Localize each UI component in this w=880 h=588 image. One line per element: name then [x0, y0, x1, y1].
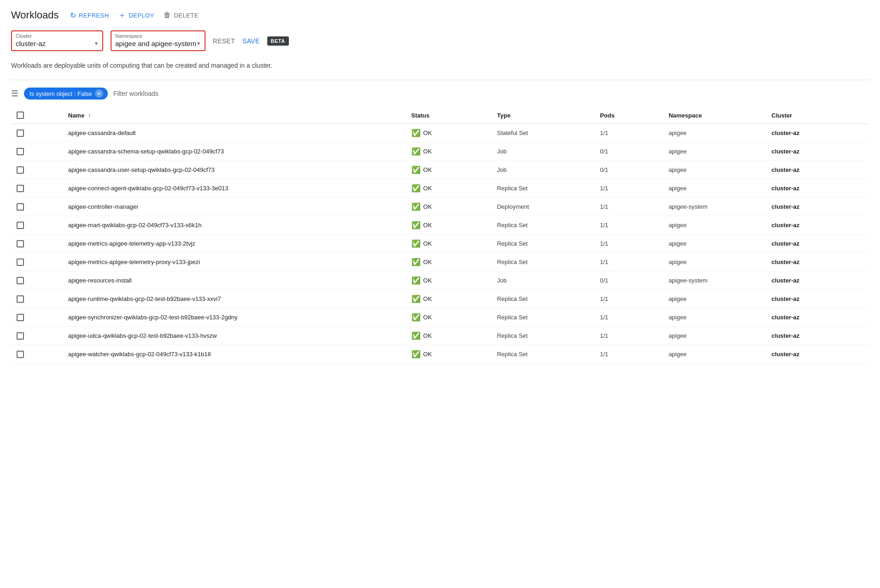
- cluster-value: cluster-az: [16, 39, 46, 48]
- row-pods-7: 1/1: [594, 253, 663, 271]
- row-namespace-0: apigee: [663, 124, 766, 142]
- th-type[interactable]: Type: [492, 107, 594, 124]
- delete-button[interactable]: 🗑 DELETE: [164, 11, 199, 19]
- row-status-10: ✅ OK: [406, 308, 492, 327]
- filter-chip-close-icon[interactable]: ✕: [95, 89, 103, 98]
- row-name-8[interactable]: apigee-resources-install: [63, 271, 406, 290]
- cluster-select-control[interactable]: cluster-az ▼: [16, 39, 99, 48]
- row-checkbox-cell: [11, 308, 63, 327]
- status-ok-icon: ✅: [411, 331, 421, 340]
- row-checkbox-cell: [11, 216, 63, 235]
- row-checkbox-0[interactable]: [17, 129, 24, 137]
- deploy-button[interactable]: ＋ DEPLOY: [118, 11, 154, 20]
- row-checkbox-6[interactable]: [17, 240, 24, 247]
- th-checkbox: [11, 107, 63, 124]
- sort-arrow-icon: ↑: [88, 112, 91, 119]
- row-checkbox-10[interactable]: [17, 314, 24, 321]
- status-text: OK: [423, 259, 432, 265]
- row-checkbox-5[interactable]: [17, 222, 24, 229]
- filter-icon[interactable]: ☰: [11, 88, 18, 99]
- table-row: apigee-cassandra-user-setup-qwiklabs-gcp…: [11, 161, 869, 179]
- th-status[interactable]: Status: [406, 107, 492, 124]
- row-namespace-11: apigee: [663, 327, 766, 345]
- delete-icon: 🗑: [164, 11, 171, 19]
- th-pods[interactable]: Pods: [594, 107, 663, 124]
- refresh-icon: ↻: [70, 11, 76, 20]
- row-checkbox-11[interactable]: [17, 332, 24, 340]
- filter-input-placeholder[interactable]: Filter workloads: [113, 90, 158, 97]
- status-text: OK: [423, 203, 432, 210]
- row-name-3[interactable]: apigee-connect-agent-qwiklabs-gcp-02-049…: [63, 179, 406, 198]
- table-row: apigee-connect-agent-qwiklabs-gcp-02-049…: [11, 179, 869, 198]
- th-namespace[interactable]: Namespace: [663, 107, 766, 124]
- row-pods-0: 1/1: [594, 124, 663, 142]
- row-type-0: Stateful Set: [492, 124, 594, 142]
- row-name-6[interactable]: apigee-metrics-apigee-telemetry-app-v133…: [63, 235, 406, 253]
- row-name-12[interactable]: apigee-watcher-qwiklabs-gcp-02-049cf73-v…: [63, 345, 406, 364]
- status-text: OK: [423, 295, 432, 302]
- row-cluster-4: cluster-az: [766, 198, 869, 216]
- namespace-label: Namespace: [115, 33, 201, 39]
- row-cluster-9: cluster-az: [766, 290, 869, 308]
- header: Workloads ↻ REFRESH ＋ DEPLOY 🗑 DELETE: [11, 9, 869, 21]
- row-checkbox-2[interactable]: [17, 166, 24, 174]
- th-name[interactable]: Name ↑: [63, 107, 406, 124]
- controls-row: Cluster cluster-az ▼ Namespace apigee an…: [11, 30, 869, 51]
- row-status-12: ✅ OK: [406, 345, 492, 364]
- row-name-5[interactable]: apigee-mart-qwiklabs-gcp-02-049cf73-v133…: [63, 216, 406, 235]
- status-ok-icon: ✅: [411, 184, 421, 193]
- page-container: Workloads ↻ REFRESH ＋ DEPLOY 🗑 DELETE Cl…: [0, 0, 880, 373]
- row-type-11: Replica Set: [492, 327, 594, 345]
- row-name-11[interactable]: apigee-udca-qwiklabs-gcp-02-test-b92baee…: [63, 327, 406, 345]
- row-name-0[interactable]: apigee-cassandra-default: [63, 124, 406, 142]
- row-name-10[interactable]: apigee-synchronizer-qwiklabs-gcp-02-test…: [63, 308, 406, 327]
- row-status-3: ✅ OK: [406, 179, 492, 198]
- row-name-1[interactable]: apigee-cassandra-schema-setup-qwiklabs-g…: [63, 142, 406, 161]
- row-status-6: ✅ OK: [406, 235, 492, 253]
- filter-chip-text: Is system object : False: [29, 90, 92, 97]
- table-header-row: Name ↑ Status Type Pods Namespace Cluste…: [11, 107, 869, 124]
- description-text: Workloads are deployable units of comput…: [11, 60, 324, 71]
- row-checkbox-cell: [11, 345, 63, 364]
- row-checkbox-cell: [11, 179, 63, 198]
- row-name-4[interactable]: apigee-controller-manager: [63, 198, 406, 216]
- beta-badge: BETA: [267, 36, 289, 46]
- row-namespace-4: apigee-system: [663, 198, 766, 216]
- filter-chip: Is system object : False ✕: [24, 88, 108, 100]
- select-all-checkbox[interactable]: [17, 112, 24, 119]
- cluster-select[interactable]: Cluster cluster-az ▼: [11, 30, 103, 51]
- save-button[interactable]: SAVE: [242, 37, 260, 45]
- row-status-7: ✅ OK: [406, 253, 492, 271]
- row-checkbox-1[interactable]: [17, 148, 24, 155]
- row-cluster-0: cluster-az: [766, 124, 869, 142]
- namespace-select[interactable]: Namespace apigee and apigee-system ▼: [111, 30, 205, 51]
- row-status-0: ✅ OK: [406, 124, 492, 142]
- row-checkbox-7[interactable]: [17, 259, 24, 266]
- namespace-select-control[interactable]: apigee and apigee-system ▼: [115, 39, 201, 48]
- row-checkbox-9[interactable]: [17, 295, 24, 303]
- row-checkbox-8[interactable]: [17, 277, 24, 284]
- row-namespace-7: apigee: [663, 253, 766, 271]
- row-checkbox-cell: [11, 235, 63, 253]
- row-checkbox-3[interactable]: [17, 185, 24, 192]
- row-cluster-6: cluster-az: [766, 235, 869, 253]
- row-checkbox-12[interactable]: [17, 351, 24, 358]
- table-row: apigee-udca-qwiklabs-gcp-02-test-b92baee…: [11, 327, 869, 345]
- row-name-2[interactable]: apigee-cassandra-user-setup-qwiklabs-gcp…: [63, 161, 406, 179]
- row-type-1: Job: [492, 142, 594, 161]
- status-ok-icon: ✅: [411, 165, 421, 174]
- row-checkbox-4[interactable]: [17, 203, 24, 211]
- header-actions: ↻ REFRESH ＋ DEPLOY 🗑 DELETE: [70, 11, 199, 20]
- row-cluster-10: cluster-az: [766, 308, 869, 327]
- row-name-7[interactable]: apigee-metrics-apigee-telemetry-proxy-v1…: [63, 253, 406, 271]
- row-cluster-12: cluster-az: [766, 345, 869, 364]
- status-ok-icon: ✅: [411, 294, 421, 303]
- reset-button[interactable]: RESET: [213, 37, 235, 45]
- th-cluster[interactable]: Cluster: [766, 107, 869, 124]
- table-row: apigee-synchronizer-qwiklabs-gcp-02-test…: [11, 308, 869, 327]
- row-namespace-1: apigee: [663, 142, 766, 161]
- row-name-9[interactable]: apigee-runtime-qwiklabs-gcp-02-test-b92b…: [63, 290, 406, 308]
- row-pods-12: 1/1: [594, 345, 663, 364]
- refresh-button[interactable]: ↻ REFRESH: [70, 11, 109, 20]
- row-status-1: ✅ OK: [406, 142, 492, 161]
